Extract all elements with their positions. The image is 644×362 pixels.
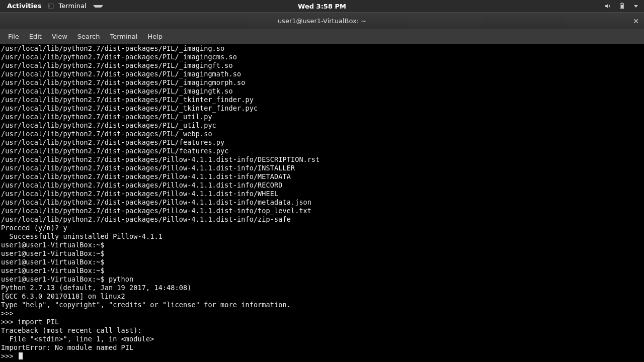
- terminal-line: user1@user1-VirtualBox:~$: [1, 249, 643, 258]
- window-title: user1@user1-VirtualBox: ~: [278, 17, 366, 25]
- menubar: File Edit View Search Terminal Help: [0, 29, 644, 44]
- terminal-icon: [48, 3, 54, 9]
- terminal-line: /usr/local/lib/python2.7/dist-packages/P…: [1, 155, 643, 164]
- app-menu-label: Terminal: [56, 0, 90, 12]
- terminal-line: user1@user1-VirtualBox:~$: [1, 266, 643, 275]
- battery-icon[interactable]: [618, 3, 625, 10]
- terminal-line: /usr/local/lib/python2.7/dist-packages/P…: [1, 130, 643, 138]
- terminal-line: /usr/local/lib/python2.7/dist-packages/P…: [1, 215, 643, 224]
- terminal-window: user1@user1-VirtualBox: ~ ✕ File Edit Vi…: [0, 12, 644, 360]
- terminal-line: /usr/local/lib/python2.7/dist-packages/P…: [1, 172, 643, 181]
- chevron-down-icon: [93, 5, 103, 8]
- terminal-line: >>>: [1, 309, 643, 318]
- terminal-output[interactable]: /usr/local/lib/python2.7/dist-packages/P…: [0, 44, 644, 360]
- terminal-line: /usr/local/lib/python2.7/dist-packages/P…: [1, 78, 643, 87]
- terminal-line: /usr/local/lib/python2.7/dist-packages/P…: [1, 104, 643, 113]
- terminal-line: /usr/local/lib/python2.7/dist-packages/P…: [1, 181, 643, 190]
- menu-terminal[interactable]: Terminal: [105, 29, 142, 44]
- terminal-line: Traceback (most recent call last):: [1, 326, 643, 335]
- terminal-line: user1@user1-VirtualBox:~$ python: [1, 275, 643, 284]
- terminal-line: /usr/local/lib/python2.7/dist-packages/P…: [1, 53, 643, 61]
- svg-rect-3: [621, 3, 623, 3]
- terminal-line: Type "help", "copyright", "credits" or "…: [1, 301, 643, 309]
- system-menu-chevron-icon[interactable]: [634, 5, 638, 8]
- window-titlebar[interactable]: user1@user1-VirtualBox: ~ ✕: [0, 12, 644, 29]
- terminal-prompt[interactable]: >>>: [1, 352, 643, 360]
- terminal-line: Python 2.7.13 (default, Jan 19 2017, 14:…: [1, 284, 643, 292]
- volume-icon[interactable]: [604, 3, 611, 10]
- terminal-line: /usr/local/lib/python2.7/dist-packages/P…: [1, 198, 643, 207]
- terminal-line: /usr/local/lib/python2.7/dist-packages/P…: [1, 61, 643, 70]
- terminal-line: /usr/local/lib/python2.7/dist-packages/P…: [1, 44, 643, 53]
- menu-search[interactable]: Search: [72, 29, 105, 44]
- terminal-line: >>> import PIL: [1, 318, 643, 326]
- terminal-line: /usr/local/lib/python2.7/dist-packages/P…: [1, 87, 643, 96]
- terminal-line: /usr/local/lib/python2.7/dist-packages/P…: [1, 147, 643, 155]
- menu-file[interactable]: File: [3, 29, 24, 44]
- terminal-line: /usr/local/lib/python2.7/dist-packages/P…: [1, 190, 643, 198]
- window-close-button[interactable]: ✕: [633, 17, 639, 25]
- terminal-line: ImportError: No module named PIL: [1, 343, 643, 352]
- terminal-line: File "<stdin>", line 1, in <module>: [1, 335, 643, 343]
- terminal-line: user1@user1-VirtualBox:~$: [1, 258, 643, 266]
- svg-rect-1: [48, 4, 53, 8]
- svg-rect-4: [621, 5, 623, 8]
- terminal-line: /usr/local/lib/python2.7/dist-packages/P…: [1, 96, 643, 104]
- cursor: [19, 352, 23, 359]
- menu-edit[interactable]: Edit: [24, 29, 47, 44]
- gnome-topbar: Activities Terminal Wed 3:58 PM: [0, 0, 644, 12]
- menu-view[interactable]: View: [47, 29, 72, 44]
- terminal-line: [GCC 6.3.0 20170118] on linux2: [1, 292, 643, 301]
- terminal-line: /usr/local/lib/python2.7/dist-packages/P…: [1, 70, 643, 78]
- terminal-line: user1@user1-VirtualBox:~$: [1, 241, 643, 249]
- terminal-line: /usr/local/lib/python2.7/dist-packages/P…: [1, 164, 643, 172]
- terminal-line: /usr/local/lib/python2.7/dist-packages/P…: [1, 121, 643, 130]
- terminal-line: /usr/local/lib/python2.7/dist-packages/P…: [1, 138, 643, 147]
- app-menu[interactable]: Terminal: [45, 0, 106, 12]
- terminal-line: /usr/local/lib/python2.7/dist-packages/P…: [1, 113, 643, 121]
- terminal-line: Proceed (y/n)? y: [1, 224, 643, 232]
- activities-button[interactable]: Activities: [4, 0, 45, 12]
- terminal-line: Successfully uninstalled Pillow-4.1.1: [1, 232, 643, 241]
- menu-help[interactable]: Help: [142, 29, 168, 44]
- terminal-line: /usr/local/lib/python2.7/dist-packages/P…: [1, 207, 643, 215]
